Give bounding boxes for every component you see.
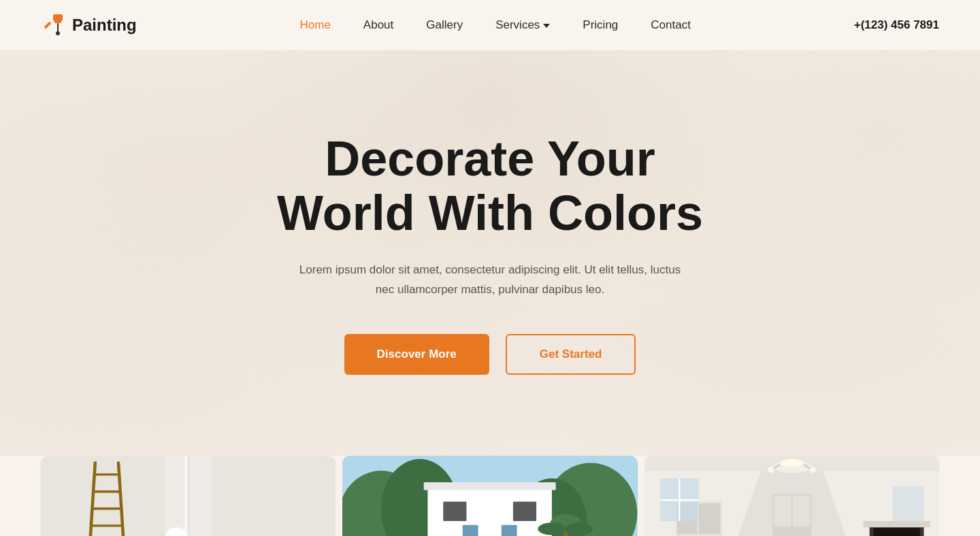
svg-rect-35 bbox=[424, 482, 556, 490]
hero-section: Decorate Your World With Colors Lorem ip… bbox=[0, 51, 980, 456]
gallery-image-3 bbox=[644, 456, 939, 536]
svg-rect-32 bbox=[513, 502, 536, 522]
nav-gallery[interactable]: Gallery bbox=[410, 13, 479, 37]
hero-background bbox=[0, 51, 980, 456]
svg-rect-6 bbox=[165, 456, 211, 536]
svg-rect-54 bbox=[792, 495, 809, 526]
nav-home[interactable]: Home bbox=[284, 13, 347, 37]
svg-point-3 bbox=[56, 31, 60, 35]
hero-subtitle: Lorem ipsum dolor sit amet, consectetur … bbox=[293, 261, 687, 300]
svg-point-50 bbox=[768, 467, 774, 473]
get-started-button[interactable]: Get Started bbox=[506, 334, 636, 375]
discover-more-button[interactable]: Discover More bbox=[344, 334, 489, 375]
gallery-card-3[interactable] bbox=[644, 456, 939, 536]
svg-rect-34 bbox=[502, 525, 517, 536]
gallery-image-2 bbox=[342, 456, 637, 536]
hero-buttons: Discover More Get Started bbox=[344, 334, 636, 375]
svg-rect-31 bbox=[444, 502, 467, 522]
gallery-card-2[interactable] bbox=[342, 456, 637, 536]
svg-rect-59 bbox=[873, 528, 919, 536]
svg-point-51 bbox=[810, 467, 816, 473]
nav-contact[interactable]: Contact bbox=[634, 13, 707, 37]
svg-rect-0 bbox=[53, 14, 63, 21]
svg-rect-1 bbox=[54, 21, 61, 23]
logo-text: Painting bbox=[72, 16, 137, 35]
svg-point-40 bbox=[566, 522, 593, 535]
nav-pricing[interactable]: Pricing bbox=[566, 13, 634, 37]
svg-rect-7 bbox=[184, 456, 189, 536]
chevron-down-icon bbox=[543, 24, 550, 28]
svg-rect-2 bbox=[57, 23, 59, 33]
hero-title: Decorate Your World With Colors bbox=[277, 132, 703, 239]
logo[interactable]: Painting bbox=[41, 13, 137, 37]
header: Painting Home About Gallery Services Pri… bbox=[0, 0, 980, 51]
gallery-image-1 bbox=[41, 456, 336, 536]
svg-rect-53 bbox=[774, 495, 791, 526]
svg-rect-60 bbox=[863, 521, 930, 527]
nav-about[interactable]: About bbox=[347, 13, 410, 37]
gallery-card-1[interactable] bbox=[41, 456, 336, 536]
svg-rect-4 bbox=[44, 21, 51, 29]
main-nav: Home About Gallery Services Pricing Cont… bbox=[284, 13, 707, 37]
svg-rect-5 bbox=[41, 456, 336, 536]
svg-rect-64 bbox=[893, 486, 924, 521]
nav-services[interactable]: Services bbox=[479, 13, 566, 37]
gallery-preview bbox=[0, 456, 980, 536]
logo-icon bbox=[41, 13, 65, 37]
svg-rect-33 bbox=[463, 525, 478, 536]
svg-point-39 bbox=[538, 522, 566, 535]
phone-number: +(123) 456 7891 bbox=[854, 18, 939, 32]
svg-point-47 bbox=[780, 459, 803, 467]
svg-rect-57 bbox=[698, 503, 720, 535]
